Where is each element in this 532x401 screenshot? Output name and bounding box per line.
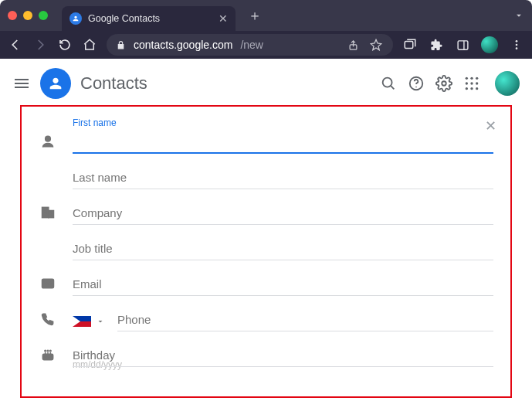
phone-input[interactable] bbox=[117, 308, 493, 331]
google-apps-icon[interactable] bbox=[463, 74, 481, 93]
svg-line-8 bbox=[391, 85, 394, 88]
svg-rect-2 bbox=[458, 40, 468, 49]
tab-title: Google Contacts bbox=[88, 13, 212, 24]
window-close[interactable] bbox=[8, 11, 17, 20]
svg-point-14 bbox=[476, 76, 478, 79]
svg-point-6 bbox=[516, 47, 518, 49]
person-icon bbox=[39, 134, 57, 154]
browser-nav-bar: contacts.google.com/new bbox=[0, 31, 532, 59]
browser-tab[interactable]: Google Contacts ✕ bbox=[62, 6, 236, 31]
extensions-icon[interactable] bbox=[429, 37, 444, 53]
side-panel-icon[interactable] bbox=[455, 37, 470, 53]
email-input[interactable] bbox=[73, 273, 493, 296]
svg-point-7 bbox=[383, 77, 392, 87]
window-controls bbox=[8, 11, 48, 20]
bookmark-star-icon[interactable] bbox=[368, 37, 384, 53]
first-name-label: First name bbox=[73, 117, 493, 128]
profile-avatar-icon[interactable] bbox=[481, 36, 498, 53]
app-bar: Contacts bbox=[0, 59, 532, 108]
account-avatar[interactable] bbox=[495, 71, 520, 96]
contacts-logo bbox=[40, 68, 71, 99]
forward-button[interactable] bbox=[32, 37, 48, 53]
country-selector[interactable] bbox=[73, 316, 105, 331]
svg-point-11 bbox=[442, 81, 446, 86]
url-path: /new bbox=[240, 39, 263, 51]
svg-point-21 bbox=[46, 136, 51, 141]
help-icon[interactable] bbox=[407, 74, 425, 93]
company-input[interactable] bbox=[73, 202, 493, 225]
new-contact-form: ✕ First name bbox=[20, 105, 512, 398]
window-maximize[interactable] bbox=[39, 11, 48, 20]
tab-close-button[interactable]: ✕ bbox=[219, 12, 228, 25]
svg-point-20 bbox=[476, 87, 478, 90]
svg-point-5 bbox=[516, 44, 518, 46]
svg-point-16 bbox=[470, 82, 473, 84]
email-icon bbox=[39, 276, 57, 296]
settings-gear-icon[interactable] bbox=[435, 74, 453, 93]
first-name-input[interactable] bbox=[73, 130, 493, 154]
svg-point-12 bbox=[466, 76, 468, 79]
new-tab-button[interactable]: ＋ bbox=[248, 6, 262, 25]
company-icon bbox=[39, 205, 57, 225]
chevron-down-icon bbox=[96, 317, 105, 326]
svg-point-10 bbox=[415, 86, 417, 87]
app-title: Contacts bbox=[80, 73, 147, 93]
birthday-input[interactable] bbox=[73, 344, 493, 367]
birthday-icon bbox=[39, 347, 57, 367]
svg-point-33 bbox=[50, 350, 52, 352]
home-button[interactable] bbox=[82, 37, 97, 53]
browser-toolbar-right bbox=[402, 36, 524, 53]
job-title-input[interactable] bbox=[73, 237, 493, 260]
last-name-input[interactable] bbox=[73, 166, 493, 189]
contacts-favicon bbox=[69, 12, 82, 25]
svg-point-13 bbox=[470, 76, 473, 79]
window-minimize[interactable] bbox=[23, 11, 32, 20]
browser-tab-strip: Google Contacts ✕ ＋ bbox=[0, 0, 532, 31]
svg-point-18 bbox=[466, 87, 468, 90]
url-host: contacts.google.com bbox=[134, 39, 232, 51]
search-icon[interactable] bbox=[379, 74, 398, 93]
svg-point-4 bbox=[516, 40, 518, 42]
svg-point-17 bbox=[476, 82, 478, 84]
svg-point-19 bbox=[470, 87, 473, 90]
tabs-dropdown-icon[interactable] bbox=[513, 10, 524, 21]
flag-ph-icon bbox=[73, 316, 91, 327]
svg-point-31 bbox=[45, 350, 46, 352]
svg-point-15 bbox=[466, 82, 468, 84]
lock-icon bbox=[116, 40, 126, 50]
share-icon[interactable] bbox=[345, 37, 361, 53]
address-bar[interactable]: contacts.google.com/new bbox=[107, 34, 393, 56]
back-button[interactable] bbox=[8, 37, 23, 53]
chrome-menu-icon[interactable] bbox=[509, 37, 524, 53]
main-menu-button[interactable] bbox=[12, 74, 31, 93]
reload-button[interactable] bbox=[57, 37, 73, 53]
phone-icon bbox=[39, 311, 57, 331]
svg-point-32 bbox=[47, 350, 49, 352]
tab-overview-icon[interactable] bbox=[402, 37, 418, 53]
svg-rect-1 bbox=[405, 42, 413, 49]
